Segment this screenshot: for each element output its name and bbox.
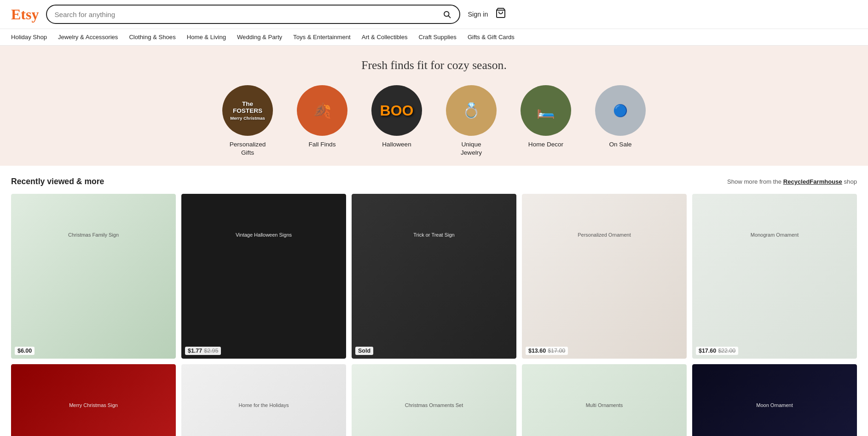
- product-card[interactable]: Christmas Ornaments Set$4.00: [352, 364, 516, 436]
- product-image: Merry Christmas Sign: [11, 364, 176, 436]
- shop-link-prefix: Show more from the: [727, 178, 781, 185]
- svg-rect-21: [733, 364, 816, 436]
- category-on-sale[interactable]: 🔵On Sale: [590, 85, 650, 157]
- svg-text:Personalized Ornament: Personalized Ornament: [578, 232, 631, 238]
- product-image: Home for the Holidays: [181, 364, 346, 436]
- svg-rect-17: [393, 364, 475, 436]
- svg-text:Multi Ornaments: Multi Ornaments: [586, 402, 623, 408]
- nav-item-home---living[interactable]: Home & Living: [187, 34, 226, 41]
- product-card[interactable]: Vintage Halloween Signs$1.77$2.95: [181, 194, 346, 359]
- product-image: Monogram Ornament: [692, 194, 857, 277]
- price-badge: $17.60$22.00: [696, 347, 738, 355]
- svg-text:Christmas Ornaments Set: Christmas Ornaments Set: [405, 402, 463, 408]
- product-image: Multi Ornaments: [522, 364, 687, 436]
- svg-text:Moon Ornament: Moon Ornament: [756, 402, 793, 408]
- svg-text:Trick or Treat Sign: Trick or Treat Sign: [413, 232, 454, 238]
- main-nav: Holiday ShopJewelry & AccessoriesClothin…: [0, 29, 868, 46]
- nav-item-gifts---gift-cards[interactable]: Gifts & Gift Cards: [468, 34, 515, 41]
- product-image: Moon Ornament: [692, 364, 857, 436]
- nav-item-craft-supplies[interactable]: Craft Supplies: [419, 34, 457, 41]
- nav-item-wedding---party[interactable]: Wedding & Party: [237, 34, 282, 41]
- price-badge: $6.00: [15, 347, 35, 355]
- nav-item-clothing---shoes[interactable]: Clothing & Shoes: [129, 34, 175, 41]
- product-image: Personalized Ornament: [522, 194, 687, 277]
- header: Etsy Sign in: [0, 0, 868, 29]
- category-circles: TheFOSTERSMerry ChristmasPersonalized Gi…: [11, 85, 857, 157]
- banner-title: Fresh finds fit for cozy season.: [11, 58, 857, 72]
- svg-rect-19: [563, 364, 646, 436]
- shop-link: Show more from the RecycledFarmhouse sho…: [727, 178, 857, 185]
- price-badge: $13.60$17.00: [526, 347, 568, 355]
- product-image: Christmas Ornaments Set: [352, 364, 516, 436]
- nav-item-art---collectibles[interactable]: Art & Collectibles: [362, 34, 408, 41]
- price-badge: $1.77$2.95: [185, 347, 221, 355]
- sold-badge: Sold: [355, 347, 373, 355]
- header-actions: Sign in: [468, 7, 506, 21]
- category-personalized[interactable]: TheFOSTERSMerry ChristmasPersonalized Gi…: [218, 85, 278, 157]
- category-label-jewelry: Unique Jewelry: [461, 140, 482, 157]
- etsy-logo[interactable]: Etsy: [11, 6, 39, 23]
- product-card[interactable]: Christmas Family Sign$6.00: [11, 194, 176, 359]
- sign-in-link[interactable]: Sign in: [468, 11, 488, 18]
- product-grid: Christmas Family Sign$6.00Vintage Hallow…: [11, 194, 857, 436]
- product-card[interactable]: Moon Ornament$4.00: [692, 364, 857, 436]
- product-image: Trick or Treat Sign: [352, 194, 516, 277]
- nav-item-jewelry---accessories[interactable]: Jewelry & Accessories: [58, 34, 118, 41]
- product-image: Christmas Family Sign: [11, 194, 176, 277]
- category-jewelry[interactable]: 💍Unique Jewelry: [441, 85, 501, 157]
- original-price: $22.00: [718, 348, 735, 354]
- category-label-home-decor: Home Decor: [528, 140, 563, 149]
- product-image: Vintage Halloween Signs: [181, 194, 346, 277]
- product-card[interactable]: Trick or Treat SignSold: [352, 194, 516, 359]
- category-home-decor[interactable]: 🛏️Home Decor: [516, 85, 576, 157]
- category-label-halloween: Halloween: [382, 140, 411, 149]
- category-halloween[interactable]: BOOHalloween: [367, 85, 427, 157]
- cart-icon[interactable]: [495, 7, 506, 21]
- category-label-on-sale: On Sale: [609, 140, 631, 149]
- section-title: Recently viewed & more: [11, 177, 104, 186]
- shop-name-link[interactable]: RecycledFarmhouse: [783, 178, 842, 185]
- svg-text:Monogram Ornament: Monogram Ornament: [751, 232, 799, 238]
- search-bar: [46, 5, 460, 24]
- banner-section: Fresh finds fit for cozy season. TheFOST…: [0, 46, 868, 166]
- original-price: $17.00: [548, 348, 565, 354]
- search-input[interactable]: [54, 11, 442, 18]
- section-header: Recently viewed & more Show more from th…: [11, 177, 857, 186]
- original-price: $2.95: [204, 348, 218, 354]
- category-label-fall: Fall Finds: [309, 140, 336, 149]
- svg-rect-13: [52, 364, 135, 436]
- product-card[interactable]: Multi Ornaments$6.00: [522, 364, 687, 436]
- product-card[interactable]: Personalized Ornament$13.60$17.00: [522, 194, 687, 359]
- svg-line-1: [449, 16, 451, 17]
- search-icon: [443, 10, 451, 18]
- category-fall[interactable]: 🍂Fall Finds: [292, 85, 352, 157]
- recently-viewed-section: Recently viewed & more Show more from th…: [0, 166, 868, 436]
- svg-text:Home for the Holidays: Home for the Holidays: [239, 402, 289, 408]
- svg-rect-15: [222, 364, 305, 436]
- nav-item-holiday-shop[interactable]: Holiday Shop: [11, 34, 47, 41]
- category-label-personalized: Personalized Gifts: [230, 140, 266, 157]
- nav-item-toys---entertainment[interactable]: Toys & Entertainment: [293, 34, 351, 41]
- svg-text:Vintage Halloween Signs: Vintage Halloween Signs: [236, 232, 292, 238]
- product-card[interactable]: Merry Christmas Sign$6.00: [11, 364, 176, 436]
- product-card[interactable]: Monogram Ornament$17.60$22.00: [692, 194, 857, 359]
- search-button[interactable]: [442, 9, 452, 19]
- product-card[interactable]: Home for the Holidays$4.00: [181, 364, 346, 436]
- svg-text:Christmas Family Sign: Christmas Family Sign: [68, 232, 119, 238]
- svg-text:Merry Christmas Sign: Merry Christmas Sign: [69, 402, 118, 408]
